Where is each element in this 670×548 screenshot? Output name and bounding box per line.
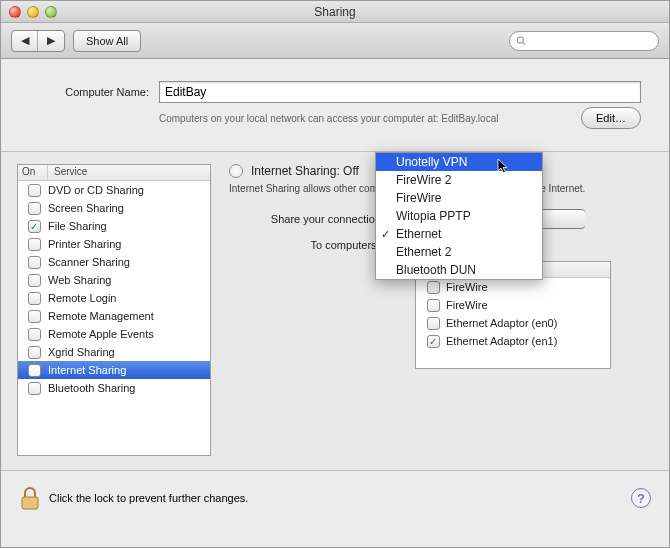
- service-label: Xgrid Sharing: [48, 346, 115, 358]
- service-row[interactable]: Remote Management: [18, 307, 210, 325]
- content-top: Computer Name: Computers on your local n…: [1, 59, 669, 151]
- service-label: Remote Management: [48, 310, 154, 322]
- service-row[interactable]: Scanner Sharing: [18, 253, 210, 271]
- service-row[interactable]: Remote Apple Events: [18, 325, 210, 343]
- dropdown-item[interactable]: Bluetooth DUN: [376, 261, 542, 279]
- service-checkbox[interactable]: [28, 310, 41, 323]
- service-label: Internet Sharing: [48, 364, 126, 376]
- main-area: On Service DVD or CD SharingScreen Shari…: [1, 151, 669, 471]
- service-label: Web Sharing: [48, 274, 111, 286]
- port-checkbox[interactable]: [427, 299, 440, 312]
- service-checkbox[interactable]: ✓: [28, 220, 41, 233]
- nav-back-forward: ◀ ▶: [11, 30, 65, 52]
- search-icon: [516, 35, 527, 47]
- service-checkbox[interactable]: [28, 274, 41, 287]
- service-label: Scanner Sharing: [48, 256, 130, 268]
- services-list: On Service DVD or CD SharingScreen Shari…: [17, 164, 211, 456]
- service-checkbox[interactable]: [28, 382, 41, 395]
- window-controls: [9, 6, 57, 18]
- svg-line-1: [523, 42, 526, 45]
- computer-name-input[interactable]: [159, 81, 641, 103]
- service-checkbox[interactable]: [28, 238, 41, 251]
- service-checkbox[interactable]: [28, 328, 41, 341]
- service-label: DVD or CD Sharing: [48, 184, 144, 196]
- service-row[interactable]: ✓File Sharing: [18, 217, 210, 235]
- computer-name-label: Computer Name:: [29, 86, 149, 98]
- close-button[interactable]: [9, 6, 21, 18]
- service-label: File Sharing: [48, 220, 107, 232]
- port-row[interactable]: FireWire: [416, 278, 610, 296]
- services-col-on[interactable]: On: [18, 165, 48, 180]
- services-header: On Service: [18, 165, 210, 181]
- forward-button[interactable]: ▶: [38, 31, 64, 51]
- service-checkbox[interactable]: [28, 364, 41, 377]
- svg-point-0: [517, 36, 523, 42]
- service-checkbox[interactable]: [28, 346, 41, 359]
- dropdown-item[interactable]: Ethernet 2: [376, 243, 542, 261]
- dropdown-item[interactable]: Unotelly VPN: [376, 153, 542, 171]
- service-checkbox[interactable]: [28, 256, 41, 269]
- service-row[interactable]: Printer Sharing: [18, 235, 210, 253]
- sharing-prefpane: Sharing ◀ ▶ Show All Computer Name: Comp…: [0, 0, 670, 548]
- service-row[interactable]: Web Sharing: [18, 271, 210, 289]
- search-input[interactable]: [531, 35, 652, 47]
- dropdown-item[interactable]: Witopia PPTP: [376, 207, 542, 225]
- titlebar: Sharing: [1, 1, 669, 23]
- minimize-button[interactable]: [27, 6, 39, 18]
- port-row[interactable]: ✓Ethernet Adaptor (en1): [416, 332, 610, 350]
- help-button[interactable]: ?: [631, 488, 651, 508]
- enable-toggle-icon[interactable]: [229, 164, 243, 178]
- service-label: Printer Sharing: [48, 238, 121, 250]
- svg-rect-2: [22, 497, 38, 509]
- port-label: FireWire: [446, 281, 488, 293]
- lock-text: Click the lock to prevent further change…: [49, 492, 248, 504]
- dropdown-item[interactable]: Ethernet: [376, 225, 542, 243]
- port-label: Ethernet Adaptor (en1): [446, 335, 557, 347]
- service-checkbox[interactable]: [28, 202, 41, 215]
- back-button[interactable]: ◀: [12, 31, 38, 51]
- service-row[interactable]: DVD or CD Sharing: [18, 181, 210, 199]
- service-label: Bluetooth Sharing: [48, 382, 135, 394]
- status-text: Internet Sharing: Off: [251, 164, 359, 178]
- window-title: Sharing: [1, 5, 669, 19]
- service-checkbox[interactable]: [28, 184, 41, 197]
- service-row[interactable]: Screen Sharing: [18, 199, 210, 217]
- show-all-button[interactable]: Show All: [73, 30, 141, 52]
- service-label: Remote Apple Events: [48, 328, 154, 340]
- dropdown-item[interactable]: FireWire 2: [376, 171, 542, 189]
- service-row[interactable]: Internet Sharing: [18, 361, 210, 379]
- service-label: Remote Login: [48, 292, 117, 304]
- port-label: FireWire: [446, 299, 488, 311]
- service-row[interactable]: Bluetooth Sharing: [18, 379, 210, 397]
- port-checkbox[interactable]: [427, 317, 440, 330]
- share-from-dropdown[interactable]: Unotelly VPNFireWire 2FireWireWitopia PP…: [375, 152, 543, 280]
- service-checkbox[interactable]: [28, 292, 41, 305]
- service-label: Screen Sharing: [48, 202, 124, 214]
- port-row[interactable]: Ethernet Adaptor (en0): [416, 314, 610, 332]
- footer: Click the lock to prevent further change…: [1, 471, 669, 525]
- port-checkbox[interactable]: ✓: [427, 335, 440, 348]
- lock-icon[interactable]: [19, 485, 39, 511]
- computer-name-subtext: Computers on your local network can acce…: [159, 112, 581, 125]
- services-col-service[interactable]: Service: [48, 165, 210, 180]
- port-checkbox[interactable]: [427, 281, 440, 294]
- edit-hostname-button[interactable]: Edit…: [581, 107, 641, 129]
- port-label: Ethernet Adaptor (en0): [446, 317, 557, 329]
- service-row[interactable]: Remote Login: [18, 289, 210, 307]
- search-field[interactable]: [509, 31, 659, 51]
- zoom-button[interactable]: [45, 6, 57, 18]
- dropdown-item[interactable]: FireWire: [376, 189, 542, 207]
- port-row[interactable]: FireWire: [416, 296, 610, 314]
- toolbar: ◀ ▶ Show All: [1, 23, 669, 59]
- service-row[interactable]: Xgrid Sharing: [18, 343, 210, 361]
